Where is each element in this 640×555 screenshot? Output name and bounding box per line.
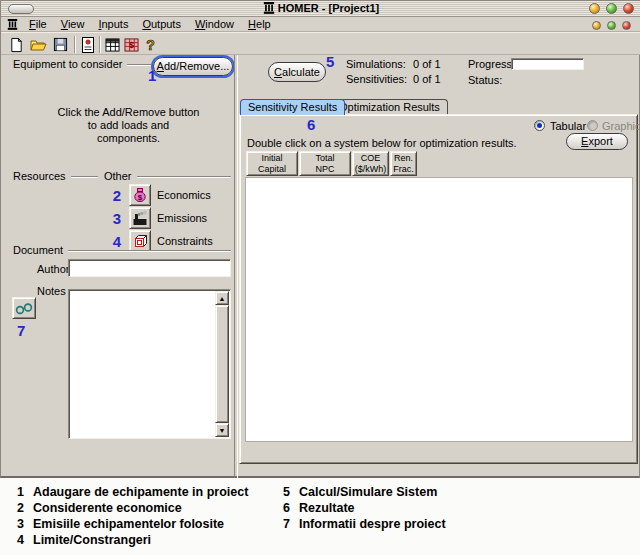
notes-label: Notes [37, 285, 66, 297]
marker-6: 6 [307, 116, 315, 133]
notes-textarea[interactable]: ▲ ▼ [68, 289, 231, 439]
cash-flow-button[interactable]: $ [122, 35, 141, 54]
window-title-text: HOMER - [Project1] [278, 2, 379, 14]
legend-item-1: 1Adaugare de echipamente in proiect [12, 485, 248, 499]
calculate-button[interactable]: Calculate [268, 62, 326, 82]
minimize-button[interactable] [589, 3, 600, 14]
header-line: Total [300, 153, 350, 164]
tab-sensitivity-results[interactable]: Sensitivity Results [240, 99, 345, 115]
view-notes-button[interactable] [12, 297, 36, 319]
save-file-button[interactable] [51, 35, 70, 54]
child-restore-button[interactable] [607, 21, 616, 30]
panel-divider [234, 55, 238, 479]
scrollbar-thumb[interactable] [215, 305, 229, 423]
divider-line [127, 64, 151, 65]
legend-text: Emisiile echipamentelor folosite [33, 517, 224, 531]
report-button[interactable] [78, 35, 97, 54]
document-group-header: Document [13, 244, 231, 256]
marker-1: 1 [148, 67, 156, 84]
column-header-total-npc[interactable]: Total NPC [299, 151, 351, 176]
menu-help[interactable]: Help [241, 17, 278, 31]
scroll-up-icon[interactable]: ▲ [215, 291, 229, 305]
legend-panel: 1Adaugare de echipamente in proiect 2Con… [0, 478, 640, 555]
toolbar-separator [99, 36, 101, 53]
marker-2: 2 [107, 187, 121, 204]
marker-5: 5 [326, 53, 334, 70]
resources-group-header: Resources [13, 170, 98, 182]
new-file-icon [9, 37, 24, 53]
svg-text:?: ? [146, 37, 155, 52]
legend-number: 7 [278, 517, 290, 531]
export-button[interactable]: Export [566, 133, 628, 150]
column-header-coe[interactable]: COE ($/kWh) [352, 151, 389, 176]
eyeglasses-icon [15, 301, 33, 315]
homer-app-window: HOMER - [Project1] File View Inputs Outp… [0, 0, 640, 555]
child-close-button[interactable] [622, 21, 631, 30]
child-minimize-button[interactable] [592, 21, 601, 30]
results-hint-text: Double click on a system below for optim… [247, 137, 517, 149]
close-button[interactable] [623, 3, 634, 14]
legend-item-2: 2Considerente economice [12, 501, 182, 515]
tab-optimization-results[interactable]: Optimization Results [331, 99, 448, 115]
author-input[interactable] [68, 259, 231, 277]
graphic-radio[interactable] [587, 120, 598, 131]
legend-item-4: 4Limite/Constrangeri [12, 533, 151, 547]
sensitivities-value: 0 of 1 [413, 73, 441, 85]
scroll-down-icon[interactable]: ▼ [215, 423, 229, 437]
tabular-radio-label: Tabular [550, 120, 586, 132]
menu-view[interactable]: View [54, 17, 92, 31]
save-icon [53, 37, 68, 52]
legend-text: Rezultate [299, 501, 355, 515]
legend-item-7: 7Informatii despre proiect [278, 517, 446, 531]
legend-text: Calcul/Simulare Sistem [299, 485, 437, 499]
header-line: COE [353, 153, 388, 164]
menu-file[interactable]: File [22, 17, 54, 31]
legend-number: 6 [278, 501, 290, 515]
progress-bar [511, 58, 584, 70]
main-window: HOMER - [Project1] File View Inputs Outp… [0, 0, 640, 478]
add-remove-button[interactable]: Add/Remove... [153, 57, 233, 76]
menu-inputs[interactable]: Inputs [91, 17, 135, 31]
legend-number: 1 [12, 485, 24, 499]
legend-number: 2 [12, 501, 24, 515]
economics-button[interactable]: $ [129, 184, 151, 206]
status-label: Status: [468, 74, 502, 86]
results-table-body [245, 177, 633, 442]
graphic-radio-label: Graphic [602, 120, 640, 132]
header-line: Ren. [391, 153, 416, 164]
tabular-radio[interactable] [534, 120, 545, 131]
simulations-label: Simulations: [346, 58, 406, 70]
emissions-button[interactable] [129, 207, 151, 229]
other-group-header: Other [104, 170, 231, 182]
open-folder-icon [30, 37, 47, 52]
emissions-label: Emissions [157, 212, 207, 224]
toolbar-separator [74, 36, 76, 53]
cash-flow-icon: $ [124, 38, 139, 52]
svg-text:$: $ [138, 193, 143, 202]
legend-text: Adaugare de echipamente in proiect [33, 485, 248, 499]
legend-item-3: 3Emisiile echipamentelor folosite [12, 517, 224, 531]
open-file-button[interactable] [29, 35, 48, 54]
header-line: Capital [247, 164, 297, 175]
column-header-initial-capital[interactable]: Initial Capital [246, 151, 298, 176]
header-line: ($/kWh) [353, 164, 388, 175]
equipment-group-label: Equipment to consider [13, 58, 122, 70]
menu-window[interactable]: Window [188, 17, 241, 31]
simulations-value: 0 of 1 [413, 58, 441, 70]
help-icon: ? [144, 37, 157, 52]
notes-scrollbar[interactable]: ▲ ▼ [215, 291, 229, 437]
other-group-label: Other [104, 170, 132, 182]
maximize-button[interactable] [606, 3, 617, 14]
legend-text: Limite/Constrangeri [33, 533, 151, 547]
column-header-ren-frac[interactable]: Ren. Frac. [390, 151, 417, 176]
report-icon [81, 37, 95, 53]
legend-number: 4 [12, 533, 24, 547]
legend-number: 5 [278, 485, 290, 499]
menu-outputs[interactable]: Outputs [135, 17, 188, 31]
help-button[interactable]: ? [141, 35, 160, 54]
new-file-button[interactable] [7, 35, 26, 54]
homer-pillar-icon [263, 2, 275, 14]
svg-text:$: $ [129, 40, 134, 50]
legend-number: 3 [12, 517, 24, 531]
spreadsheet-button[interactable] [103, 35, 122, 54]
